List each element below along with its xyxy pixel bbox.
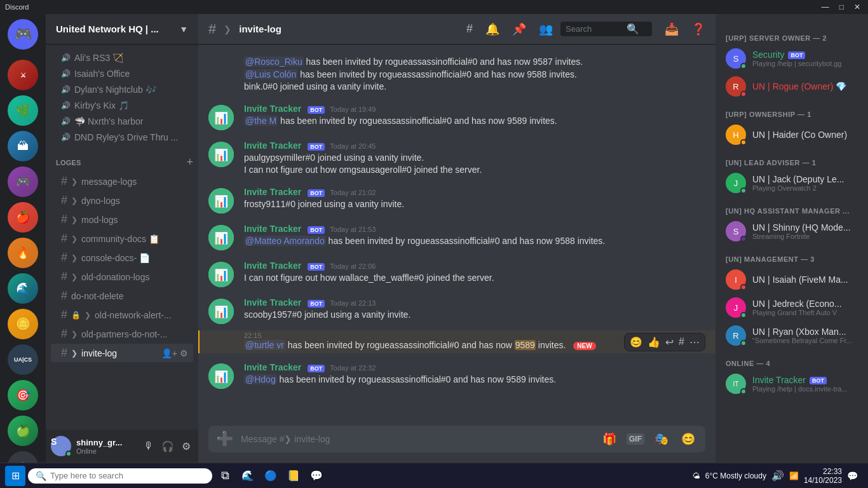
channel-voice-dylans-nightclub[interactable]: 🔊 Dylan's Nightclub 🎶 bbox=[51, 82, 193, 97]
taskbar-search-icon: 🔍 bbox=[36, 471, 46, 481]
server-icon-discord[interactable]: 🎮 bbox=[8, 19, 38, 50]
pin-icon[interactable]: 📌 bbox=[512, 22, 526, 36]
edge-icon[interactable]: 🌊 bbox=[238, 466, 258, 486]
server-icon-nature[interactable]: 🌊 bbox=[8, 273, 38, 304]
create-thread-btn[interactable]: # bbox=[679, 336, 684, 348]
search-input[interactable] bbox=[566, 24, 623, 34]
channel-dyno-logs[interactable]: # ❯ dyno-logs bbox=[51, 191, 193, 210]
task-view-button[interactable]: ⧉ bbox=[215, 466, 235, 486]
channel-hash-icon: # bbox=[208, 21, 216, 37]
channel-voice-alis-rs3[interactable]: 🔊 Ali's RS3 🏹 bbox=[51, 50, 193, 65]
server-icon-office[interactable]: 🌿 bbox=[8, 95, 38, 126]
category-add-icon[interactable]: + bbox=[186, 156, 193, 169]
deafen-button[interactable]: 🎧 bbox=[159, 438, 177, 455]
channel-message-logs[interactable]: # ❯ message-logs bbox=[51, 172, 193, 191]
channel-voice-nxrths-harbor[interactable]: 🔊 🦈 Nxrth's harbor bbox=[51, 114, 193, 129]
channel-console-docs[interactable]: # ❯ console-docs- 📄 bbox=[51, 248, 193, 267]
server-icon-uacs[interactable]: UA|CS bbox=[8, 344, 38, 375]
member-jedreck[interactable]: J UN | Jedreck (Econo... Playing Grand T… bbox=[721, 294, 863, 322]
user-info: shinny_gr... Online bbox=[76, 438, 136, 455]
threads-icon[interactable]: # bbox=[466, 22, 473, 36]
volume-icon[interactable]: 📶 bbox=[789, 471, 799, 480]
member-info: UN | Jedreck (Econo... Playing Grand The… bbox=[752, 299, 858, 316]
server-icon-fire[interactable]: 🔥 bbox=[8, 238, 38, 268]
close-button[interactable]: ✕ bbox=[851, 3, 863, 11]
channel-header-name: invite-log bbox=[239, 24, 281, 34]
chrome-icon[interactable]: 🔵 bbox=[261, 466, 281, 486]
member-jack[interactable]: J UN | Jack (Deputy Le... Playing Overwa… bbox=[721, 169, 863, 197]
teams-icon[interactable]: 💬 bbox=[306, 466, 327, 486]
channel-name: invite-log bbox=[81, 348, 158, 358]
server-icon-rs3[interactable]: ⚔ bbox=[8, 60, 38, 90]
user-settings-button[interactable]: ⚙ bbox=[179, 438, 193, 455]
channel-old-donation-logs[interactable]: # ❯ old-donation-logs bbox=[51, 268, 193, 286]
add-attachment-button[interactable]: ➕ bbox=[216, 426, 233, 452]
member-avatar: IT bbox=[726, 374, 746, 394]
network-icon[interactable]: 🔊 bbox=[771, 470, 784, 482]
members-icon[interactable]: 👥 bbox=[539, 22, 553, 36]
titlebar-title: Discord bbox=[5, 3, 29, 11]
server-icon-gaming[interactable]: 🎮 bbox=[8, 166, 38, 197]
message-header: Invite Tracker BOT Today at 19:49 bbox=[244, 104, 705, 114]
channel-do-not-delete[interactable]: # do-not-delete bbox=[51, 287, 193, 305]
emoji-button[interactable]: 😊 bbox=[679, 427, 698, 451]
category-loges[interactable]: LOGES + bbox=[46, 146, 198, 172]
message-text: @Rosco_Riku has been invited by rogueass… bbox=[244, 56, 705, 69]
channel-voice-kirbys-kix[interactable]: 🔊 Kirby's Kix 🎵 bbox=[51, 98, 193, 113]
server-icon-united[interactable]: 🏔 bbox=[8, 131, 38, 161]
notification-button[interactable]: 💬 bbox=[847, 471, 858, 481]
gift-button[interactable]: 🎁 bbox=[600, 427, 619, 451]
message-content: @Rosco_Riku has been invited by rogueass… bbox=[244, 56, 705, 93]
member-rogue[interactable]: R UN | Rogue (Owner) 💎 bbox=[721, 72, 863, 100]
channel-voice-isaiahs-office[interactable]: 🔊 Isaiah's Office bbox=[51, 66, 193, 81]
hash-icon: # bbox=[61, 175, 67, 188]
search-box[interactable]: 🔍 bbox=[560, 22, 652, 36]
reply-btn[interactable]: ↩ bbox=[665, 336, 674, 348]
server-icon-gold[interactable]: 🪙 bbox=[8, 309, 38, 339]
member-ryan[interactable]: R UN | Ryan (Xbox Man... "Sometimes Betr… bbox=[721, 322, 863, 349]
emoji-reaction-btn[interactable]: 😊 bbox=[630, 336, 642, 348]
channel-mod-logs[interactable]: # ❯ mod-logs bbox=[51, 210, 193, 229]
taskbar-search-input[interactable] bbox=[50, 471, 177, 480]
notifications-icon[interactable]: 🔔 bbox=[485, 22, 499, 36]
sticker-button[interactable]: 🎭 bbox=[652, 427, 671, 451]
member-haider[interactable]: H UN | Haider (Co Owner) bbox=[721, 121, 863, 149]
message-timestamp: 22:15 bbox=[244, 332, 262, 339]
mute-button[interactable]: 🎙 bbox=[141, 438, 156, 455]
hash-icon: # bbox=[61, 251, 67, 264]
bot-badge: BOT bbox=[308, 300, 325, 308]
member-shinny[interactable]: S UN | Shinny (HQ Mode... Streaming Fort… bbox=[721, 217, 863, 245]
server-header-chevron: ▼ bbox=[179, 24, 188, 34]
invite-member-icon[interactable]: 👤+ bbox=[161, 348, 177, 358]
server-icon-apple[interactable]: 🍎 bbox=[8, 202, 38, 233]
onenote-icon[interactable]: 📒 bbox=[283, 466, 304, 486]
more-options-btn[interactable]: ⋯ bbox=[689, 336, 700, 348]
help-icon[interactable]: ❓ bbox=[691, 22, 705, 36]
channel-voice-ryley-drive-thru[interactable]: 🔊 DND Ryley's Drive Thru ... bbox=[51, 130, 193, 145]
maximize-button[interactable]: □ bbox=[837, 3, 846, 11]
channel-community-docs[interactable]: # ❯ community-docs 📋 bbox=[51, 229, 193, 248]
member-name: UN | Shinny (HQ Mode... bbox=[752, 222, 858, 233]
member-isaiah[interactable]: I UN | Isaiah (FiveM Ma... bbox=[721, 266, 863, 294]
taskbar-search-box[interactable]: 🔍 bbox=[28, 468, 212, 484]
message-group: 📊 Invite Tracker BOT Today at 19:49 @the… bbox=[198, 102, 715, 132]
server-icon-add[interactable]: + bbox=[8, 451, 38, 463]
system-tray: 🌤 6°C Mostly cloudy 🔊 📶 22:33 14/10/2023… bbox=[688, 467, 863, 485]
member-invite-tracker[interactable]: IT Invite Tracker BOT Playing /help | do… bbox=[721, 370, 863, 398]
channel-old-network-alert[interactable]: # 🔒 ❯ old-network-alert-... bbox=[51, 306, 193, 324]
minimize-button[interactable]: — bbox=[819, 3, 832, 11]
start-button[interactable]: ⊞ bbox=[5, 466, 25, 486]
channel-invite-log[interactable]: # ❯ invite-log 👤+ ⚙ bbox=[51, 344, 193, 362]
member-security[interactable]: S Security BOT Playing /help | securityb… bbox=[721, 44, 863, 72]
thumbs-up-btn[interactable]: 👍 bbox=[648, 336, 660, 348]
weather-icon[interactable]: 🌤 bbox=[693, 471, 700, 480]
server-header[interactable]: United Network HQ | ... ▼ bbox=[46, 14, 198, 44]
channel-settings-icon[interactable]: ⚙ bbox=[180, 348, 188, 358]
member-name: UN | Rogue (Owner) 💎 bbox=[752, 81, 858, 92]
channel-old-partners[interactable]: # ❯ old-partners-do-not-... bbox=[51, 325, 193, 343]
gif-button[interactable]: GIF bbox=[627, 433, 644, 445]
inbox-icon[interactable]: 📥 bbox=[665, 22, 679, 36]
server-icon-green2[interactable]: 🍏 bbox=[8, 416, 38, 446]
server-icon-apps[interactable]: 🎯 bbox=[8, 380, 38, 410]
message-input[interactable] bbox=[241, 427, 592, 451]
